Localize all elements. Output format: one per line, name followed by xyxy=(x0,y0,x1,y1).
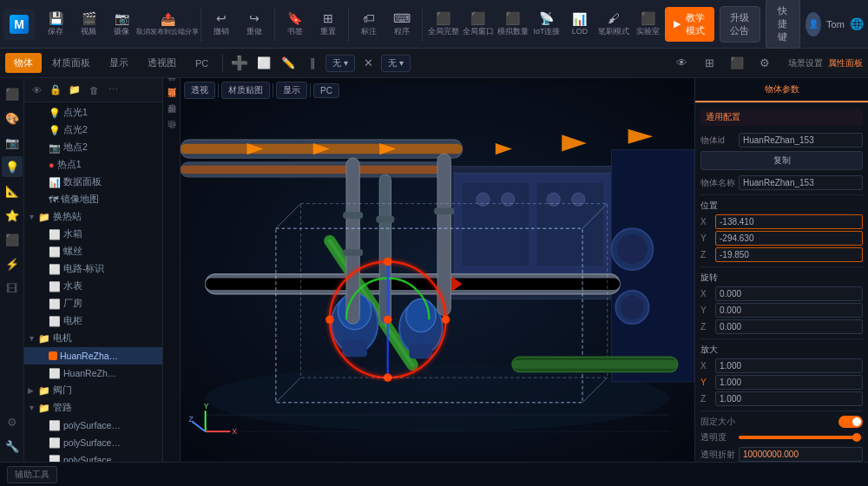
tree-item-huanzhan[interactable]: ▼ 📁 换热站 xyxy=(24,208,162,226)
sidebar-item-2dcomp[interactable]: ⬛ xyxy=(2,229,23,250)
tree-item-cabinet[interactable]: ⬜ 电柜 xyxy=(24,312,162,330)
tab-pc[interactable]: PC xyxy=(187,55,217,72)
iot-button[interactable]: 📡 IoT连接 xyxy=(531,9,562,40)
viewport-3d[interactable]: X Y Z 透视 材质贴图 显示 PC xyxy=(181,78,694,462)
tree-item-circuit[interactable]: ⬜ 电路-标识 xyxy=(24,260,162,278)
render-icon[interactable]: ⬛ xyxy=(726,52,748,75)
grid-icon[interactable]: ⊞ xyxy=(698,52,720,75)
save-button[interactable]: 💾 保存 xyxy=(40,9,71,40)
scale-y-value[interactable]: 1.000 xyxy=(715,375,863,390)
rot-z-value[interactable]: 0.000 xyxy=(715,319,863,334)
rot-y-value[interactable]: 0.000 xyxy=(715,303,863,318)
vp-mode-perspective[interactable]: 透视 xyxy=(184,82,215,99)
brush-button[interactable]: 🖌 笔刷模式 xyxy=(597,9,630,40)
svg-point-9 xyxy=(572,193,585,206)
tree-item-shuixiang[interactable]: ⬜ 水箱 xyxy=(24,226,162,243)
tab-wuti[interactable]: 物体 xyxy=(5,53,42,73)
rot-x-value[interactable]: 0.000 xyxy=(715,286,863,301)
bookmark-button[interactable]: 🔖 书签 xyxy=(279,9,311,40)
tab-xianshi[interactable]: 显示 xyxy=(101,53,137,73)
vtab-autoani[interactable]: 自定义动画 xyxy=(163,97,181,111)
tree-item-poly2[interactable]: ⬜ polySurface… xyxy=(24,434,162,451)
sidebar-item-effects[interactable]: ⭐ xyxy=(2,205,23,226)
vtab-material[interactable]: 材质 xyxy=(163,82,181,95)
fullwindow-button[interactable]: ⬛ 全局窗口 xyxy=(462,9,495,40)
opacity-thumb[interactable] xyxy=(852,433,861,442)
filter-dropdown[interactable]: 无 ▾ xyxy=(381,55,411,72)
close-tool-btn[interactable]: ✕ xyxy=(357,52,379,75)
vtab-eventmgr[interactable]: 事件管理 xyxy=(163,113,181,127)
eye-icon[interactable]: 👁 xyxy=(670,52,693,75)
vp-show-toggle[interactable]: 显示 xyxy=(276,82,307,99)
tab-caizhi[interactable]: 材质面板 xyxy=(43,53,99,73)
tree-item-hotspot[interactable]: ● 热点1 xyxy=(24,156,162,174)
tree-item-motor[interactable]: ▼ 📁 电机 xyxy=(24,330,162,347)
tree-eye-btn[interactable]: 👁 xyxy=(28,82,45,99)
sidebar-item-event[interactable]: ⚡ xyxy=(2,253,23,274)
sidebar-item-light[interactable]: 💡 xyxy=(2,156,23,177)
upgrade-button[interactable]: 升级公告 xyxy=(720,6,760,43)
tree-item-huanrezhu2[interactable]: ⬜ HuanReZh… xyxy=(24,364,162,382)
tree-item-light1[interactable]: 💡 点光1 xyxy=(24,104,162,122)
sidebar-item-camera[interactable]: 📷 xyxy=(2,132,23,153)
tree-item-ditu2[interactable]: 📷 地点2 xyxy=(24,139,162,156)
publish-button[interactable]: 📤 取消发布到云端分享 xyxy=(139,10,196,39)
fullscene-button[interactable]: ⬛ 全局完整 xyxy=(426,9,459,40)
pencil-tool-btn[interactable]: ✏️ xyxy=(277,52,299,75)
reset-button[interactable]: ⊞ 重置 xyxy=(312,9,344,40)
add-tool-btn[interactable]: ➕ xyxy=(228,52,251,75)
video-button[interactable]: 🎬 视频 xyxy=(73,9,104,40)
snap-dropdown[interactable]: 无 ▾ xyxy=(326,55,355,72)
vp-nanxie[interactable]: PC xyxy=(313,83,339,98)
align-tool-btn[interactable]: ∥ xyxy=(301,52,324,75)
tree-delete-btn[interactable]: 🗑 xyxy=(85,82,102,99)
program-button[interactable]: ⌨ 程序 xyxy=(386,9,418,40)
modelpop-button[interactable]: ⬛ 模拟数量 xyxy=(496,9,529,40)
undo-button[interactable]: ↩ 撤销 xyxy=(206,9,237,40)
vtab-action[interactable]: 动作 xyxy=(163,128,181,142)
scale-x-value[interactable]: 1.000 xyxy=(715,358,863,373)
tree-folder-btn[interactable]: 📁 xyxy=(66,82,83,99)
scale-z-value[interactable]: 1.000 xyxy=(715,391,863,406)
redo-button[interactable]: ↪ 重做 xyxy=(239,9,270,40)
sidebar-item-settings[interactable]: ⚙ xyxy=(2,411,23,432)
tree-item-pipeline[interactable]: ▼ 📁 管路 xyxy=(24,399,162,417)
pos-x-value[interactable]: -138.410 xyxy=(715,214,863,229)
sidebar-item-geometry[interactable]: 📐 xyxy=(2,181,23,201)
tree-item-workshop[interactable]: ⬜ 厂房 xyxy=(24,295,162,312)
label-button[interactable]: 🏷 标注 xyxy=(353,9,385,40)
globe-icon[interactable]: 🌐 xyxy=(850,13,865,36)
tree-item-mirrormap[interactable]: 🗺 镜像地图 xyxy=(24,191,162,208)
lod-button[interactable]: 📊 LOD xyxy=(564,10,595,38)
sidebar-item-tools[interactable]: 🔧 xyxy=(2,436,23,456)
sidebar-item-anim[interactable]: 🎞 xyxy=(2,278,23,299)
capture-button[interactable]: 📷 摄像 xyxy=(106,9,137,40)
config-icon[interactable]: ⚙ xyxy=(753,52,776,75)
tree-item-poly3[interactable]: ⬜ polySurface… xyxy=(24,451,162,462)
pos-y-value[interactable]: -294.630 xyxy=(715,231,863,246)
vp-shading-lit[interactable]: 材质贴图 xyxy=(221,82,270,99)
tutorial-button[interactable]: ▶ 教学模式 xyxy=(665,7,714,42)
tree-item-poly1[interactable]: ⬜ polySurface… xyxy=(24,417,162,434)
assist-tools-btn[interactable]: 辅助工具 xyxy=(7,466,57,483)
sidebar-item-modellib[interactable]: ⬛ xyxy=(2,83,23,104)
quickstart-button[interactable]: 快捷键 xyxy=(766,0,800,49)
copy-button[interactable]: 复制 xyxy=(700,151,863,170)
select-tool-btn[interactable]: ⬜ xyxy=(253,52,275,75)
opacity-slider[interactable] xyxy=(739,436,863,439)
tree-item-valve[interactable]: ▶ 📁 阀门 xyxy=(24,382,162,399)
tree-item-light2[interactable]: 💡 点光2 xyxy=(24,122,162,139)
tree-item-huanrezhan153[interactable]: HuanReZha… xyxy=(24,347,162,364)
lab-button[interactable]: ⬛ 实验室 xyxy=(632,9,663,40)
tree-more-btn[interactable]: ⋯ xyxy=(104,82,122,99)
tree-toolbar: 👁 🔒 📁 🗑 ⋯ xyxy=(24,78,162,102)
pos-z-value[interactable]: -19.850 xyxy=(715,247,863,262)
rptab-general[interactable]: 物体参数 xyxy=(695,78,868,102)
tree-item-watermeter[interactable]: ⬜ 水表 xyxy=(24,278,162,295)
tab-tougushi[interactable]: 透视图 xyxy=(139,53,185,73)
fixed-size-toggle[interactable] xyxy=(838,416,863,428)
tree-item-datapanel[interactable]: 📊 数据面板 xyxy=(24,174,162,191)
sidebar-item-material[interactable]: 🎨 xyxy=(2,108,23,128)
tree-item-luoson[interactable]: ⬜ 螺丝 xyxy=(24,243,162,260)
tree-lock-btn[interactable]: 🔒 xyxy=(47,82,64,99)
